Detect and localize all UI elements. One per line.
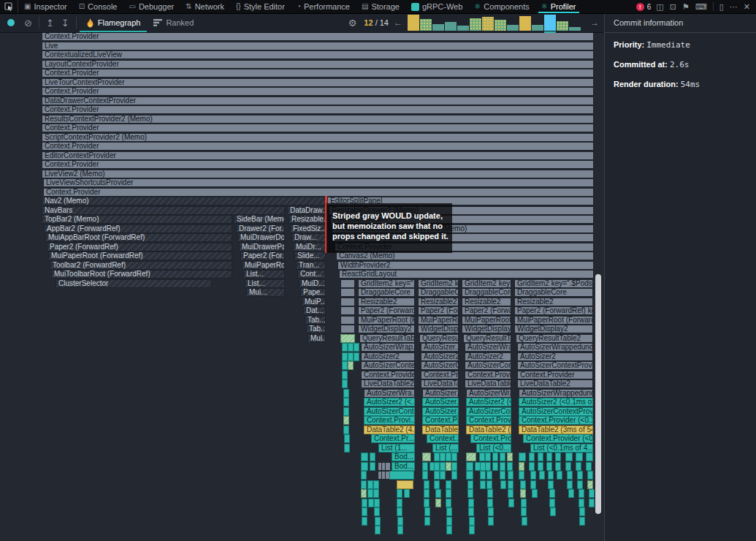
tab-debugger[interactable]: ▭Debugger — [123, 0, 180, 13]
flame-node[interactable]: Context.Provider — [361, 371, 415, 379]
flame-node[interactable]: LiveViewShortcutsProvider — [43, 178, 594, 187]
tab-flamegraph[interactable]: Flamegraph — [80, 13, 148, 32]
flame-node[interactable] — [368, 499, 374, 507]
commit-bar-13[interactable] — [557, 21, 568, 31]
flame-node[interactable]: AutoSizerC... — [421, 361, 459, 370]
flame-node[interactable]: Mui... — [246, 288, 285, 297]
flame-node[interactable] — [354, 343, 359, 352]
flame-node[interactable] — [507, 462, 513, 471]
flame-node[interactable]: Context.Prov... — [470, 434, 511, 443]
flame-node[interactable]: AutoSizerWrappedunde... — [519, 389, 593, 398]
flame-node[interactable]: AutoSizer2 (<... — [364, 398, 415, 406]
flame-node[interactable] — [434, 462, 440, 471]
flame-node[interactable]: Drawer2 (For... — [236, 224, 285, 233]
flame-node[interactable] — [567, 480, 573, 489]
flame-node[interactable]: AutoSizerCont... — [465, 361, 511, 370]
flame-node[interactable] — [488, 517, 494, 526]
flame-node[interactable] — [469, 517, 475, 526]
flame-node[interactable] — [519, 471, 524, 480]
tab-profiler[interactable]: ⚛Profiler — [535, 0, 582, 13]
flame-node[interactable]: Context.Provider — [42, 69, 594, 77]
tab-ranked[interactable]: Ranked — [147, 13, 200, 32]
flame-node[interactable] — [451, 453, 457, 461]
flame-node[interactable] — [530, 471, 536, 480]
flame-node[interactable]: FixedSiz... — [290, 224, 326, 233]
split-pane-icon[interactable]: ◫ — [656, 3, 663, 11]
flame-node[interactable]: MuiPaperRoot (F... — [358, 316, 415, 325]
flamegraph-canvas[interactable]: Striped gray WOULD update,but memoizatio… — [0, 32, 604, 541]
flame-node[interactable] — [422, 462, 428, 471]
flame-node[interactable]: MuiPaperRo... — [418, 316, 459, 325]
flame-node[interactable]: EditorContextProvider — [42, 151, 594, 160]
flame-node[interactable] — [434, 453, 440, 461]
flame-node[interactable] — [565, 453, 573, 461]
flame-node[interactable]: Context.Provider — [42, 87, 594, 96]
flame-node[interactable] — [340, 298, 355, 306]
flame-node[interactable]: ScriptContextProvider2 (Memo) — [42, 133, 594, 142]
commit-bar-9[interactable] — [507, 25, 519, 31]
flame-node[interactable] — [488, 507, 494, 516]
flame-node[interactable]: Live — [42, 42, 594, 50]
flame-node[interactable] — [579, 507, 585, 516]
flame-node[interactable]: Toolbar2 (ForwardRef) — [50, 261, 232, 270]
commit-bar-5[interactable] — [457, 26, 469, 31]
flame-node[interactable] — [361, 480, 367, 489]
flame-node[interactable]: AutoSizer2 (<... — [466, 398, 511, 406]
flame-node[interactable] — [446, 489, 451, 498]
flame-node[interactable]: List... — [243, 270, 285, 279]
flame-node[interactable] — [486, 480, 492, 489]
flame-node[interactable] — [340, 325, 355, 333]
flame-node[interactable]: Paper2 (Forward... — [358, 306, 415, 315]
flag-icon[interactable]: ⚑ — [682, 3, 690, 11]
flame-node[interactable] — [550, 507, 556, 516]
flame-node[interactable]: Context.Provider — [42, 160, 594, 169]
flame-node[interactable]: LayoutContextProvider — [42, 60, 594, 69]
flame-node[interactable] — [579, 499, 584, 507]
flame-node[interactable]: List (1... — [378, 444, 415, 453]
flame-node[interactable]: Context.... — [427, 434, 459, 443]
flame-node[interactable] — [424, 480, 429, 489]
flame-node[interactable]: SideBar (Memo) — [234, 215, 285, 224]
flame-node[interactable]: Context.Provi... — [466, 416, 511, 425]
flame-node[interactable]: Context.Provider — [42, 124, 594, 132]
flame-node[interactable]: LiveDataTable2 — [465, 379, 511, 388]
flame-node[interactable] — [397, 480, 413, 489]
flame-node[interactable] — [397, 507, 402, 516]
flame-node[interactable]: AutoSizer... — [422, 407, 459, 416]
commit-bar-14[interactable] — [569, 27, 581, 31]
vertical-scrollbar[interactable] — [595, 274, 601, 514]
flame-node[interactable] — [587, 480, 593, 489]
flame-node[interactable] — [342, 371, 348, 379]
flame-node[interactable]: DataTable... — [422, 425, 459, 434]
flame-node[interactable]: MuiDr... — [293, 243, 326, 251]
flame-node[interactable] — [348, 352, 354, 361]
flame-node[interactable]: Context.Provi... — [465, 371, 511, 379]
keyboard-icon[interactable]: ⌨ — [695, 3, 707, 11]
flame-node[interactable]: LiveDataTable2 — [361, 379, 415, 388]
flame-node[interactable]: MuiDrawerPa... — [239, 243, 285, 251]
flame-node[interactable]: ClusterSelector — [56, 279, 212, 288]
flame-node[interactable] — [507, 453, 513, 461]
flame-node[interactable] — [342, 361, 348, 370]
flame-node[interactable] — [576, 453, 583, 461]
flame-node[interactable] — [446, 526, 452, 534]
flame-node[interactable]: LiveDataTable2 — [517, 379, 593, 388]
flame-node[interactable]: MuiPaperRo... — [242, 261, 285, 270]
flame-node[interactable]: Paper2 (ForwardRef) — [47, 243, 232, 251]
flame-node[interactable] — [354, 352, 359, 361]
flame-node[interactable] — [555, 453, 561, 461]
flame-node[interactable] — [521, 499, 527, 507]
commit-bar-11[interactable] — [532, 25, 543, 31]
flame-node[interactable] — [362, 507, 367, 516]
flame-node[interactable]: Dat... — [303, 306, 326, 315]
commit-bar-2[interactable] — [420, 19, 432, 31]
flame-node[interactable]: LiveView2 (Memo) — [42, 170, 594, 178]
flame-node[interactable] — [567, 471, 573, 480]
flame-node[interactable]: GridItem2 key="... — [462, 279, 511, 288]
flame-node[interactable] — [434, 480, 440, 489]
flame-node[interactable]: Resizable2 — [462, 298, 511, 306]
flame-node[interactable]: AutoSizer... — [421, 343, 459, 352]
flame-node[interactable]: Context.Provider (<0.1... — [519, 416, 593, 425]
flame-node[interactable] — [538, 453, 543, 461]
flame-node[interactable]: Slide... — [294, 251, 326, 260]
